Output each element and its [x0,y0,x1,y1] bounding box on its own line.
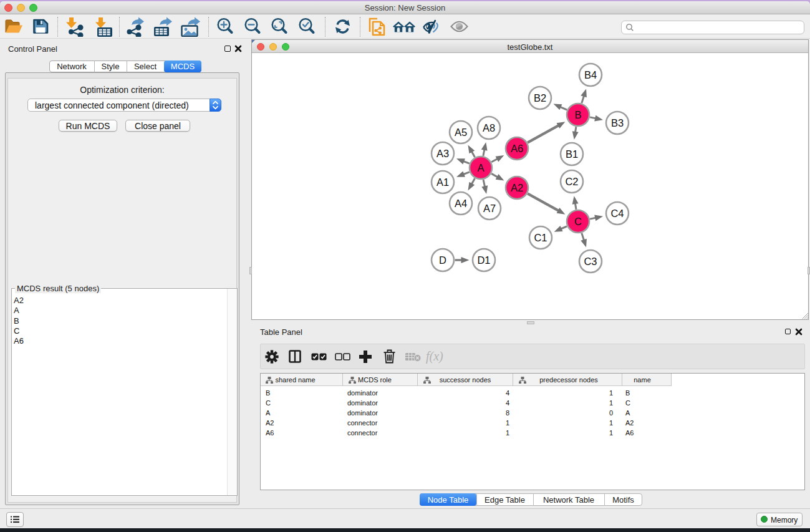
svg-text:B1: B1 [566,148,578,160]
svg-text:D: D [439,254,446,266]
svg-text:A1: A1 [436,177,449,188]
svg-text:B3: B3 [611,117,624,128]
svg-text:A8: A8 [483,122,495,133]
svg-text:C: C [574,216,582,227]
svg-text:B4: B4 [584,69,597,80]
svg-text:A7: A7 [483,203,496,214]
svg-text:D1: D1 [477,254,490,266]
svg-text:C3: C3 [584,256,597,267]
svg-text:C1: C1 [534,232,547,243]
svg-text:B2: B2 [534,92,546,104]
svg-text:A3: A3 [436,148,449,159]
svg-text:A: A [477,162,484,173]
svg-text:A6: A6 [511,143,523,154]
svg-text:C2: C2 [565,176,578,187]
svg-text:B: B [574,109,581,120]
svg-text:A5: A5 [455,127,467,138]
svg-text:C4: C4 [610,208,624,219]
svg-text:A4: A4 [455,198,467,209]
svg-text:A2: A2 [511,182,523,193]
